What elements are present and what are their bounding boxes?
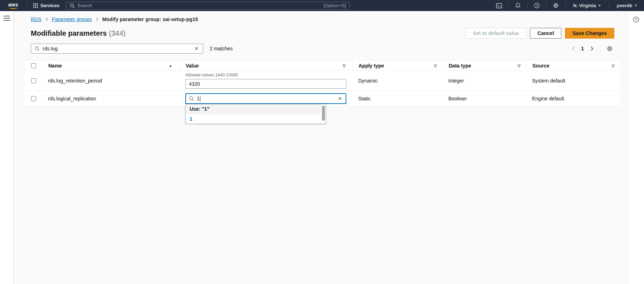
filter-icon[interactable]: ▽ (343, 64, 346, 68)
table-header-row: Name ▲ Value ▽ Apply type ▽ Data type ▽ … (25, 60, 620, 71)
value-suggestions-dropdown: Use: "1" 1 (185, 104, 326, 124)
dropdown-scrollbar-track[interactable] (321, 104, 326, 124)
source-value: Engine default (526, 96, 620, 101)
collapsed-tools-panel (628, 11, 644, 284)
search-shortcut-hint: [Option+S] (324, 3, 346, 8)
apply-type-value: Dynamic (352, 78, 443, 84)
parameter-count: (344) (109, 29, 126, 38)
save-changes-button[interactable]: Save Changes (565, 28, 614, 39)
global-search-input[interactable] (78, 3, 324, 8)
caret-down-icon: ▼ (598, 4, 601, 8)
column-header-apply-type[interactable]: Apply type ▽ (352, 60, 443, 71)
divider (527, 3, 528, 9)
account-menu[interactable]: peerdb ▼ (613, 3, 642, 8)
apply-type-value: Static (352, 96, 443, 101)
set-to-default-button[interactable]: Set to default value (465, 28, 526, 39)
search-icon (35, 46, 40, 51)
global-search-box[interactable]: [Option+S] (66, 2, 350, 10)
parameter-value-input[interactable] (185, 79, 346, 89)
services-label: Services (40, 3, 60, 8)
divider (609, 3, 609, 9)
table-settings-gear-icon[interactable] (605, 44, 614, 53)
source-value: System default (526, 78, 620, 84)
services-grid-icon (33, 3, 38, 8)
column-header-source[interactable]: Source ▽ (526, 60, 620, 71)
row-select-cell (25, 78, 43, 83)
column-label: Source (532, 63, 549, 69)
column-header-value[interactable]: Value ▽ (181, 60, 352, 71)
sort-ascending-icon: ▲ (169, 64, 172, 68)
column-label: Name (48, 63, 62, 69)
status-clock-icon[interactable] (632, 16, 640, 24)
row-checkbox[interactable] (31, 78, 36, 83)
page-title: Modifiable parameters (31, 29, 107, 38)
select-all-checkbox[interactable] (31, 63, 36, 68)
breadcrumb: RDS Parameter groups Modify parameter gr… (31, 16, 614, 22)
search-icon (189, 96, 194, 101)
breadcrumb-chevron-icon (96, 17, 99, 21)
top-navigation-bar: aws Services [Option+S] ? (0, 0, 644, 11)
pagination: 1 (569, 44, 614, 53)
parameter-name: rds.log_retention_period (43, 78, 181, 84)
divider (27, 3, 27, 9)
divider (508, 3, 509, 9)
text-cursor (200, 96, 200, 101)
breadcrumb-current-page: Modify parameter group: sai-setup-pg15 (102, 16, 198, 22)
filter-icon[interactable]: ▽ (434, 64, 437, 68)
svg-text:?: ? (536, 4, 538, 8)
cloudshell-icon (496, 3, 502, 9)
clear-filter-icon[interactable]: ✕ (194, 46, 199, 51)
divider (600, 45, 601, 52)
divider (565, 3, 566, 9)
help-button[interactable]: ? (531, 0, 543, 11)
cancel-button[interactable]: Cancel (530, 28, 561, 39)
account-label: peerdb (617, 3, 632, 8)
settings-button[interactable] (550, 0, 562, 11)
table-row: rds.log_retention_period Allowed values … (25, 71, 620, 91)
main-content: RDS Parameter groups Modify parameter gr… (14, 11, 628, 284)
previous-page-icon[interactable] (569, 44, 577, 53)
clear-value-icon[interactable]: ✕ (337, 96, 343, 101)
region-selector[interactable]: N. Virginia ▼ (569, 3, 606, 8)
aws-logo-text: aws (8, 3, 18, 7)
breadcrumb-link-rds[interactable]: RDS (31, 16, 42, 22)
select-all-header (25, 60, 43, 71)
hamburger-menu-icon[interactable] (4, 16, 10, 21)
match-count: 2 matches (210, 46, 233, 51)
row-checkbox[interactable] (31, 96, 36, 101)
search-icon (70, 3, 75, 8)
filter-icon[interactable]: ▽ (612, 64, 615, 68)
gear-icon (553, 3, 559, 9)
aws-swoosh-icon (9, 6, 18, 9)
dropdown-scrollbar-thumb[interactable] (322, 106, 325, 121)
bell-icon (515, 3, 521, 9)
value-combobox-input[interactable]: 1 ✕ (185, 93, 346, 104)
combobox-text: 1 (197, 96, 200, 101)
suggested-value-option[interactable]: 1 (186, 114, 321, 124)
data-type-value: Boolean (443, 96, 526, 101)
cloudshell-button[interactable] (493, 0, 505, 11)
collapsed-side-navigation (0, 11, 14, 284)
use-entered-value-option[interactable]: Use: "1" (186, 104, 321, 114)
data-type-value: Integer (443, 78, 526, 84)
parameter-filter-input[interactable] (43, 46, 194, 51)
breadcrumb-chevron-icon (45, 17, 48, 21)
allowed-values-hint: Allowed values 1440-10080 (185, 73, 346, 78)
services-menu-button[interactable]: Services (30, 0, 63, 11)
parameter-filter-box[interactable]: ✕ (31, 44, 203, 54)
aws-logo[interactable]: aws (3, 3, 24, 9)
breadcrumb-link-parameter-groups[interactable]: Parameter groups (52, 16, 92, 22)
current-page-number[interactable]: 1 (580, 46, 585, 51)
caret-down-icon: ▼ (634, 4, 638, 8)
page-header: Modifiable parameters (344) Set to defau… (31, 28, 614, 39)
divider (546, 3, 547, 9)
filter-icon[interactable]: ▽ (518, 64, 521, 68)
next-page-icon[interactable] (587, 44, 596, 53)
region-label: N. Virginia (573, 3, 596, 8)
column-label: Value (186, 63, 199, 69)
column-header-data-type[interactable]: Data type ▽ (443, 60, 526, 71)
column-label: Apply type (358, 63, 384, 69)
notifications-button[interactable] (512, 0, 524, 11)
column-header-name[interactable]: Name ▲ (43, 60, 181, 71)
filter-row: ✕ 2 matches 1 (31, 44, 614, 54)
